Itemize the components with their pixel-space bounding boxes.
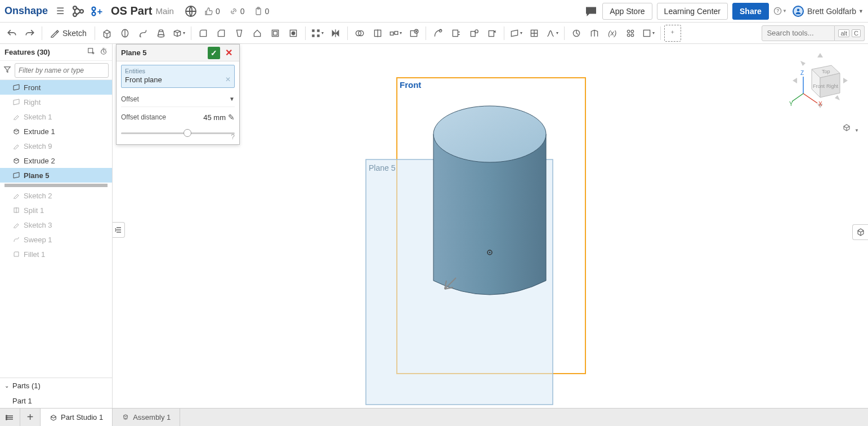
feature-sketch1[interactable]: Sketch 1 <box>0 109 112 124</box>
filter-icon[interactable] <box>3 65 11 76</box>
tool-search-input[interactable] <box>762 25 835 41</box>
view-cube[interactable]: Top Front Right Z X Y <box>789 50 851 112</box>
clipboard-counter[interactable]: 0 <box>254 7 270 16</box>
svg-point-30 <box>439 29 442 32</box>
undo-button[interactable] <box>3 25 20 42</box>
svg-point-40 <box>631 34 634 37</box>
svg-rect-27 <box>395 31 398 34</box>
feature-plane5[interactable]: Plane 5 <box>0 168 112 183</box>
feature-fillet1[interactable]: Fillet 1 <box>0 247 112 261</box>
boolean-tool[interactable] <box>351 25 368 42</box>
plane-type-select[interactable]: Offset ▼ <box>121 91 235 107</box>
offset-slider[interactable] <box>121 127 235 139</box>
feature-sketch3[interactable]: Sketch 3 <box>0 218 112 232</box>
svg-line-53 <box>803 94 817 103</box>
move-face-tool[interactable] <box>448 25 464 42</box>
svg-rect-20 <box>317 29 320 32</box>
dialog-confirm-button[interactable]: ✓ <box>208 47 220 59</box>
redo-button[interactable] <box>21 25 38 42</box>
plane-tool[interactable]: ▾ <box>508 25 525 42</box>
hole-tool[interactable] <box>285 25 302 42</box>
delete-face-tool[interactable] <box>484 25 500 42</box>
document-title[interactable]: OS Part <box>111 5 152 17</box>
pattern-tool[interactable]: ▾ <box>309 25 326 42</box>
app-logo[interactable]: Onshape <box>5 5 48 17</box>
feature-front[interactable]: Front <box>0 80 112 95</box>
feature-list[interactable]: Front Right Sketch 1 Extrude 1 Sketch 9 … <box>0 80 112 378</box>
stopwatch-icon[interactable] <box>100 47 108 57</box>
comments-icon[interactable] <box>584 5 598 18</box>
curve-tool[interactable]: ▾ <box>544 25 561 42</box>
parts-header[interactable]: ⌄ Parts (1) <box>0 378 112 393</box>
chamfer-tool[interactable] <box>213 25 230 42</box>
transform-tool[interactable]: ▾ <box>387 25 404 42</box>
tab-part-studio-1[interactable]: Part Studio 1 <box>41 409 113 426</box>
fillet-icon <box>12 250 20 258</box>
menu-icon[interactable]: ☰ <box>53 5 67 18</box>
globe-icon[interactable] <box>184 5 198 18</box>
config-tool[interactable] <box>622 25 639 42</box>
extrude-tool[interactable] <box>99 25 115 42</box>
dialog-help-icon[interactable]: ? <box>231 133 235 141</box>
like-counter[interactable]: 0 <box>204 7 220 16</box>
insert-icon[interactable]: + <box>90 5 103 18</box>
mirror-tool[interactable] <box>327 25 344 42</box>
user-menu[interactable]: Brett Goldfarb ▼ <box>793 6 863 17</box>
right-panel-toggle-icon[interactable] <box>852 224 868 240</box>
plane-icon <box>12 171 20 179</box>
svg-line-55 <box>792 94 803 101</box>
feature-sketch9[interactable]: Sketch 9 <box>0 139 112 153</box>
learning-center-button[interactable]: Learning Center <box>657 3 728 20</box>
select-tool[interactable]: ⁺ <box>664 25 681 42</box>
edit-icon[interactable]: ✎ <box>228 113 235 122</box>
clear-entity-icon[interactable]: ✕ <box>225 76 231 83</box>
svg-text:Right: Right <box>826 83 839 89</box>
app-store-button[interactable]: App Store <box>602 3 652 20</box>
replace-face-tool[interactable] <box>466 25 482 42</box>
feature-sweep1[interactable]: Sweep 1 <box>0 232 112 247</box>
feature-extrude2[interactable]: Extrude 2 <box>0 153 112 168</box>
feature-right[interactable]: Right <box>0 95 112 109</box>
sweep-tool[interactable] <box>135 25 151 42</box>
help-icon[interactable]: ? ▼ <box>773 5 787 18</box>
display-mode-dropdown[interactable]: ▼ <box>842 123 859 134</box>
share-button[interactable]: Share <box>732 3 769 20</box>
svg-point-45 <box>433 106 546 162</box>
sheetmetal-tool[interactable] <box>568 25 585 42</box>
frame-tool[interactable] <box>586 25 603 42</box>
revolve-tool[interactable] <box>117 25 133 42</box>
version-graph-icon[interactable] <box>71 5 85 18</box>
fillet-tool[interactable] <box>195 25 212 42</box>
feature-filter-input[interactable] <box>15 63 109 78</box>
feature-sketch2[interactable]: Sketch 2 <box>0 188 112 203</box>
add-feature-icon[interactable] <box>87 47 95 57</box>
front-plane-label: Front <box>400 80 421 90</box>
dialog-header[interactable]: Plane 5 ✓ ✕ <box>117 45 239 61</box>
feature-extrude1[interactable]: Extrude 1 <box>0 124 112 139</box>
modify-fillet-tool[interactable] <box>429 25 446 42</box>
import-tool[interactable]: ▾ <box>640 25 657 42</box>
dialog-cancel-button[interactable]: ✕ <box>222 47 235 59</box>
rib-tool[interactable] <box>249 25 266 42</box>
thicken-tool[interactable]: ▾ <box>171 25 187 42</box>
shell-tool[interactable] <box>267 25 284 42</box>
tab-assembly-1[interactable]: Assembly 1 <box>113 409 180 426</box>
split-tool[interactable] <box>369 25 386 42</box>
entities-field[interactable]: Entities Front plane ✕ <box>121 65 235 88</box>
svg-text:Z: Z <box>800 70 804 76</box>
sketch-button[interactable]: Sketch <box>46 25 91 42</box>
svg-rect-16 <box>273 31 277 35</box>
tab-manager-icon[interactable] <box>0 409 20 426</box>
feature-split1[interactable]: Split 1 <box>0 203 112 218</box>
draft-tool[interactable] <box>231 25 248 42</box>
offset-distance-input[interactable] <box>186 113 226 122</box>
helix-tool[interactable] <box>526 25 543 42</box>
link-counter[interactable]: 0 <box>229 7 245 16</box>
rollback-bar[interactable] <box>5 184 108 187</box>
loft-tool[interactable] <box>153 25 169 42</box>
part-item[interactable]: Part 1 <box>0 393 112 408</box>
delete-part-tool[interactable] <box>405 25 422 42</box>
workspace-name[interactable]: Main <box>155 6 174 16</box>
add-tab-icon[interactable]: + <box>20 409 41 426</box>
variable-tool[interactable]: (x) <box>604 25 621 42</box>
